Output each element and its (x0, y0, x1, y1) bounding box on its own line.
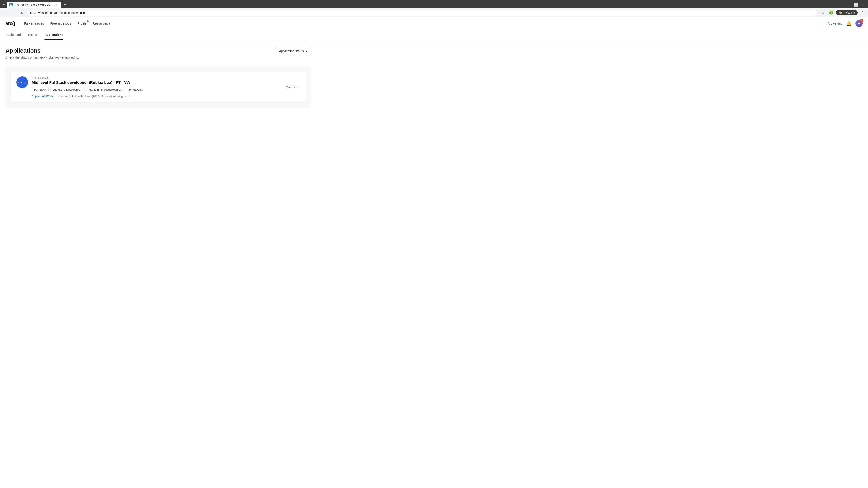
minimize-button[interactable]: — (845, 2, 852, 8)
forward-button[interactable]: → (10, 9, 17, 16)
secondary-nav-dashboard[interactable]: Dashboard (5, 30, 21, 40)
new-tab-button[interactable]: + (62, 1, 68, 8)
address-text: arc.dev/dashboard/d/freelance-jobs/appli… (30, 11, 814, 14)
page-header: Applications Check the status of fast ap… (5, 47, 311, 59)
job-card: arc() Arc Exclusive Mid-level Ful Stack … (11, 72, 306, 102)
filter-btn-label: Application status (279, 49, 304, 53)
incognito-icon: 🕵 (839, 11, 842, 14)
tag-lua-game-dev[interactable]: Lua Game Development (51, 87, 85, 92)
company-logo-text: arc() (18, 80, 27, 84)
job-title[interactable]: Mid-level Ful Stack developoer (Roblox L… (32, 80, 282, 85)
browser-tab-bar: ▾ Hire Top Remote Software Dev... ✕ + — … (0, 0, 868, 8)
application-status-filter-button[interactable]: Application status ▾ (275, 47, 311, 55)
browser-chrome: ▾ Hire Top Remote Software Dev... ✕ + — … (0, 0, 868, 17)
job-rate[interactable]: Applied at $29/hr (32, 94, 54, 98)
profile-dot (87, 20, 89, 22)
avatar-badge: 1 (860, 19, 864, 23)
nav-links: Full-time roles Freelance jobs Profile R… (24, 21, 820, 26)
restore-button[interactable]: ⬜ (852, 2, 859, 8)
tab-favicon-inner (10, 4, 12, 6)
tag-full-stack[interactable]: Full Stack (32, 87, 49, 92)
nav-full-time-roles[interactable]: Full-time roles (24, 21, 44, 26)
job-label: Arc Exclusive (32, 76, 282, 79)
company-logo: arc() (16, 76, 28, 88)
page-title: Applications (5, 47, 79, 54)
tab-close-button[interactable]: ✕ (55, 3, 58, 6)
secondary-nav: Dashboard Saved Applications (0, 30, 868, 40)
logo[interactable]: arc() (5, 21, 15, 26)
back-button[interactable]: ← (2, 9, 8, 16)
page-title-section: Applications Check the status of fast ap… (5, 47, 79, 59)
extensions-button[interactable]: 🧩 (828, 9, 834, 16)
arc-vetting-button[interactable]: Arc vetting (828, 22, 842, 25)
nav-resources[interactable]: Resources ▾ (93, 21, 110, 26)
notification-button[interactable]: 🔔 (846, 21, 852, 26)
browser-toolbar: ← → ↻ arc.dev/dashboard/d/freelance-jobs… (0, 8, 868, 17)
avatar[interactable]: A 1 (855, 20, 863, 27)
tag-html-css[interactable]: HTML/CSS (127, 87, 145, 92)
resources-chevron-icon: ▾ (109, 22, 110, 25)
nav-freelance-jobs[interactable]: Freelance jobs (51, 21, 71, 26)
close-window-button[interactable]: ✕ (860, 2, 866, 8)
applications-container: arc() Arc Exclusive Mid-level Ful Stack … (5, 66, 311, 108)
job-status: Submitted (286, 86, 300, 89)
app: arc() Full-time roles Freelance jobs Pro… (0, 17, 868, 485)
job-tags: Full Stack Lua Game Development Game Eng… (32, 87, 282, 92)
reload-button[interactable]: ↻ (19, 9, 25, 16)
nav-right: Arc vetting 🔔 A 1 (828, 20, 863, 27)
tag-game-engine-dev[interactable]: Game Engine Development (87, 87, 125, 92)
page-subtitle: Check the status of fast apply jobs you'… (5, 56, 79, 59)
tab-favicon (9, 3, 13, 6)
browser-tab-active[interactable]: Hire Top Remote Software Dev... ✕ (7, 2, 61, 8)
job-overlap: Overlap with Pacific Time (US & Canada) … (58, 94, 131, 98)
job-info: Arc Exclusive Mid-level Ful Stack develo… (32, 76, 282, 98)
tab-title: Hire Top Remote Software Dev... (14, 3, 53, 6)
incognito-button[interactable]: 🕵 Incognito (836, 10, 858, 15)
toolbar-actions: ☆ 🧩 🕵 Incognito ⋮ (819, 9, 866, 16)
incognito-label: Incognito (844, 11, 855, 14)
filter-chevron-icon: ▾ (306, 49, 307, 53)
bookmark-button[interactable]: ☆ (819, 9, 826, 16)
menu-button[interactable]: ⋮ (860, 9, 866, 16)
meta-separator: | (56, 94, 56, 98)
secondary-nav-saved[interactable]: Saved (28, 30, 37, 40)
nav-profile[interactable]: Profile (77, 21, 86, 26)
secondary-nav-applications[interactable]: Applications (44, 30, 63, 40)
tab-list-button[interactable]: ▾ (2, 2, 6, 7)
job-meta: Applied at $29/hr | Overlap with Pacific… (32, 94, 282, 98)
top-nav: arc() Full-time roles Freelance jobs Pro… (0, 17, 868, 30)
main-content: Applications Check the status of fast ap… (0, 40, 316, 115)
avatar-text: A (858, 22, 860, 25)
address-bar[interactable]: arc.dev/dashboard/d/freelance-jobs/appli… (27, 10, 818, 16)
